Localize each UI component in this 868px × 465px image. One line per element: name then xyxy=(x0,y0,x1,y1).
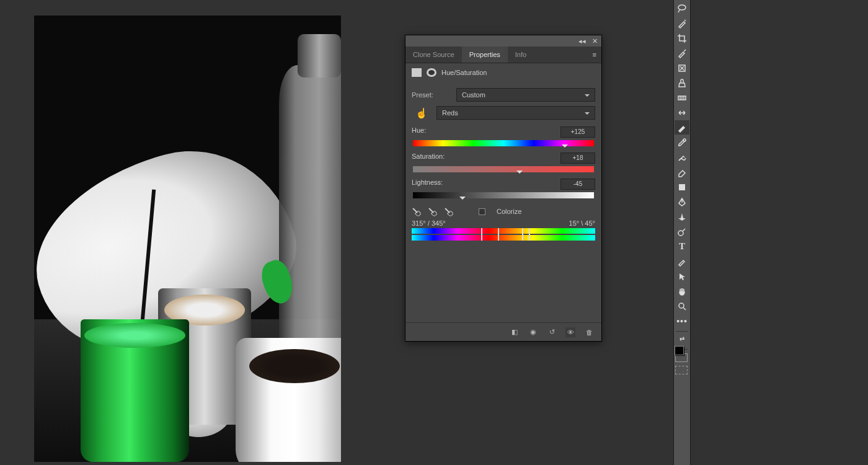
separator xyxy=(676,331,688,332)
custom-shape-tool-icon[interactable] xyxy=(675,210,689,224)
tab-properties[interactable]: Properties xyxy=(462,46,508,63)
saturation-label: Saturation: xyxy=(412,153,445,164)
path-selection-tool-icon[interactable] xyxy=(675,254,689,268)
tab-clone-source[interactable]: Clone Source xyxy=(405,46,462,63)
range-handle[interactable] xyxy=(498,228,499,241)
slider-thumb[interactable] xyxy=(459,197,466,203)
hue-label: Hue: xyxy=(412,126,426,138)
crop-tool-icon[interactable] xyxy=(675,31,689,45)
tab-info[interactable]: Info xyxy=(508,46,534,63)
zoom-tool-icon[interactable] xyxy=(675,299,689,313)
hand-tool-icon[interactable] xyxy=(675,284,689,298)
color-swatches[interactable] xyxy=(675,347,689,360)
hue-value[interactable]: +125 xyxy=(560,126,595,138)
pen-tool-icon[interactable] xyxy=(675,195,689,209)
content-aware-move-tool-icon[interactable] xyxy=(675,105,689,120)
direct-selection-tool-icon[interactable] xyxy=(675,269,689,283)
lightness-value[interactable]: -45 xyxy=(560,179,595,190)
close-icon[interactable]: ✕ xyxy=(592,37,598,45)
saturation-slider[interactable] xyxy=(413,166,594,172)
saturation-value[interactable]: +18 xyxy=(560,153,595,164)
color-range-bar[interactable] xyxy=(412,228,595,241)
eraser-tool-icon[interactable] xyxy=(675,165,689,179)
clone-stamp-tool-icon[interactable] xyxy=(675,76,689,90)
range-handle[interactable] xyxy=(522,228,523,241)
panel-menu-icon[interactable]: ≡ xyxy=(588,46,601,63)
adjustment-header: Hue/Saturation xyxy=(405,63,601,82)
range-handle[interactable] xyxy=(481,228,482,241)
hue-slider[interactable] xyxy=(413,140,594,146)
photo-bg xyxy=(236,338,341,462)
preset-select[interactable]: Custom xyxy=(456,88,595,102)
eyedropper-add-icon[interactable] xyxy=(426,205,438,218)
properties-panel[interactable]: ◂◂ ✕ Clone Source Properties Info ≡ Hue/… xyxy=(405,35,602,342)
mask-icon[interactable] xyxy=(427,68,436,77)
svg-point-0 xyxy=(678,5,686,10)
eyedropper-icon[interactable] xyxy=(410,205,422,218)
lightness-slider[interactable] xyxy=(413,192,594,198)
gradient-tool-icon[interactable] xyxy=(675,91,689,105)
brush-tool-icon[interactable] xyxy=(675,120,689,135)
visibility-icon[interactable]: 👁 xyxy=(565,327,575,337)
svg-point-5 xyxy=(678,231,683,236)
mixer-brush-tool-icon[interactable] xyxy=(675,150,689,164)
swap-colors-icon[interactable]: ⇄ xyxy=(675,335,689,342)
panel-tabs: Clone Source Properties Info ≡ xyxy=(405,46,601,63)
lightness-label: Lightness: xyxy=(412,179,443,190)
svg-rect-4 xyxy=(679,184,685,190)
eyedropper-tool-icon[interactable] xyxy=(675,46,689,60)
slider-thumb[interactable] xyxy=(562,144,568,151)
eyedropper-subtract-icon[interactable] xyxy=(442,205,454,218)
targeted-adjust-icon[interactable]: ☝ xyxy=(412,105,432,120)
view-previous-icon[interactable]: ◉ xyxy=(528,327,538,337)
edit-toolbar-icon[interactable]: ••• xyxy=(675,314,689,328)
reset-icon[interactable]: ↺ xyxy=(547,327,557,337)
healing-brush-tool-icon[interactable] xyxy=(675,16,689,30)
properties-footer: ◧ ◉ ↺ 👁 🗑 xyxy=(405,322,601,341)
background-color[interactable] xyxy=(675,346,684,355)
tools-panel: T ••• ⇄ P 25% Layers Channels Paths ≡ xyxy=(673,0,691,465)
document-canvas[interactable] xyxy=(34,16,341,462)
spot-heal-tool-icon[interactable] xyxy=(675,61,689,75)
clip-to-layer-icon[interactable]: ◧ xyxy=(510,327,520,337)
lasso-tool-icon[interactable] xyxy=(675,1,689,16)
foreground-color[interactable] xyxy=(675,347,684,356)
screen-mode-icon[interactable] xyxy=(675,366,688,374)
paint-bucket-tool-icon[interactable] xyxy=(675,180,689,194)
dodge-tool-icon[interactable] xyxy=(675,224,689,239)
photo-bg xyxy=(279,65,341,375)
collapse-icon[interactable]: ◂◂ xyxy=(578,37,586,45)
panel-collapse-bar[interactable]: ◂◂ ✕ xyxy=(405,35,601,46)
adjustment-icon xyxy=(412,68,422,77)
photo-bg xyxy=(81,319,189,462)
colorize-checkbox[interactable] xyxy=(479,208,485,215)
type-tool-icon[interactable]: T xyxy=(675,239,689,254)
adjustment-title: Hue/Saturation xyxy=(441,69,487,76)
svg-point-3 xyxy=(683,139,686,141)
range-handle[interactable] xyxy=(529,228,530,241)
channel-select[interactable]: Reds xyxy=(436,106,595,120)
preset-label: Preset: xyxy=(412,91,451,99)
delete-icon[interactable]: 🗑 xyxy=(584,327,594,337)
slider-thumb[interactable] xyxy=(516,170,523,177)
range-right: 15° \ 45° xyxy=(569,219,595,227)
colorize-label: Colorize xyxy=(497,208,521,215)
svg-point-6 xyxy=(679,303,684,308)
range-left: 315° / 345° xyxy=(412,219,446,227)
history-brush-tool-icon[interactable] xyxy=(675,135,689,149)
